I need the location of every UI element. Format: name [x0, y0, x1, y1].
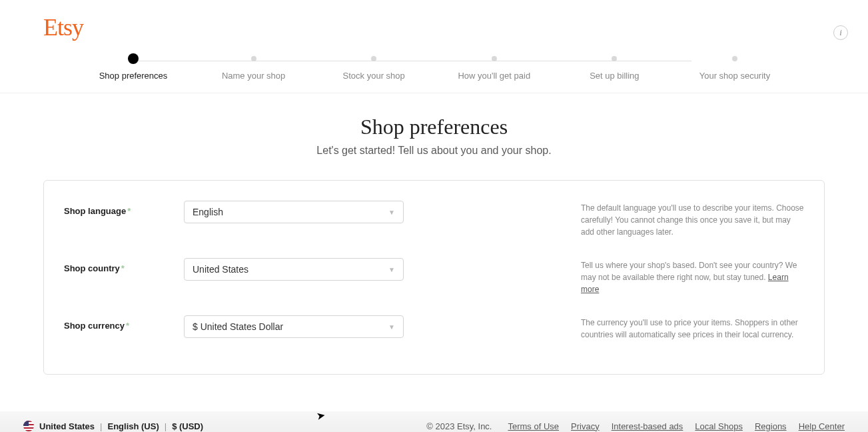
help-shop-language: The default language you'll use to descr… — [581, 201, 804, 238]
step-label: Name your shop — [222, 71, 285, 81]
footer-locale[interactable]: United States | English (US) | $ (USD) — [23, 421, 203, 431]
step-your-shop-security: Your shop security — [688, 56, 781, 81]
label-shop-currency: Shop currency* — [64, 315, 184, 331]
footer-country: United States — [39, 421, 95, 431]
select-value: United States — [193, 264, 248, 275]
progress-stepper: Shop preferences Name your shop Stock yo… — [43, 56, 825, 81]
step-set-up-billing: Set up billing — [568, 56, 661, 81]
select-value: $ United States Dollar — [193, 321, 283, 332]
page-subtitle: Let's get started! Tell us about you and… — [0, 145, 868, 157]
step-dot-icon — [492, 56, 497, 61]
help-shop-country: Tell us where your shop's based. Don't s… — [581, 258, 804, 295]
info-icon[interactable]: i — [833, 25, 848, 40]
select-value: English — [193, 207, 223, 217]
separator: | — [100, 421, 102, 431]
help-center-link[interactable]: Help Center — [799, 421, 845, 431]
shop-country-select[interactable]: United States ▼ — [184, 258, 404, 281]
us-flag-icon — [23, 421, 34, 431]
shop-language-select[interactable]: English ▼ — [184, 201, 404, 223]
step-dot-icon — [128, 53, 139, 64]
step-dot-icon — [612, 56, 617, 61]
step-shop-preferences[interactable]: Shop preferences — [87, 56, 180, 81]
step-dot-icon — [732, 56, 737, 61]
row-shop-country: Shop country* United States ▼ Tell us wh… — [64, 258, 804, 295]
step-dot-icon — [251, 56, 256, 61]
preferences-form: Shop language* English ▼ The default lan… — [43, 180, 825, 375]
copyright-text: © 2023 Etsy, Inc. — [426, 421, 492, 431]
privacy-link[interactable]: Privacy — [571, 421, 600, 431]
footer-language: English (US) — [107, 421, 159, 431]
separator: | — [165, 421, 167, 431]
row-shop-currency: Shop currency* $ United States Dollar ▼ … — [64, 315, 804, 341]
step-label: Shop preferences — [99, 71, 168, 81]
chevron-down-icon: ▼ — [388, 266, 395, 273]
etsy-logo[interactable]: Etsy — [43, 13, 825, 41]
step-stock-your-shop: Stock your shop — [327, 56, 420, 81]
step-label: How you'll get paid — [458, 71, 530, 81]
shop-currency-select[interactable]: $ United States Dollar ▼ — [184, 315, 404, 338]
footer-links: © 2023 Etsy, Inc. Terms of Use Privacy I… — [426, 421, 845, 431]
label-shop-language: Shop language* — [64, 201, 184, 216]
required-indicator: * — [126, 321, 129, 331]
page-heading: Shop preferences Let's get started! Tell… — [0, 115, 868, 157]
terms-link[interactable]: Terms of Use — [508, 421, 559, 431]
header: Etsy i Shop preferences Name your shop S… — [0, 0, 868, 81]
label-shop-country: Shop country* — [64, 258, 184, 273]
interest-based-ads-link[interactable]: Interest-based ads — [612, 421, 683, 431]
header-divider — [0, 93, 868, 93]
local-shops-link[interactable]: Local Shops — [695, 421, 743, 431]
regions-link[interactable]: Regions — [755, 421, 787, 431]
step-dot-icon — [371, 56, 376, 61]
step-label: Your shop security — [699, 71, 770, 81]
footer-currency: $ (USD) — [172, 421, 203, 431]
step-name-your-shop: Name your shop — [207, 56, 300, 81]
row-shop-language: Shop language* English ▼ The default lan… — [64, 201, 804, 238]
page-title: Shop preferences — [0, 115, 868, 139]
step-label: Stock your shop — [343, 71, 405, 81]
step-label: Set up billing — [590, 71, 639, 81]
footer: United States | English (US) | $ (USD) ©… — [0, 411, 868, 432]
required-indicator: * — [127, 206, 131, 216]
required-indicator: * — [121, 263, 125, 273]
step-how-youll-get-paid: How you'll get paid — [448, 56, 541, 81]
help-shop-currency: The currency you'll use to price your it… — [581, 315, 804, 341]
chevron-down-icon: ▼ — [388, 323, 395, 331]
chevron-down-icon: ▼ — [388, 209, 395, 216]
